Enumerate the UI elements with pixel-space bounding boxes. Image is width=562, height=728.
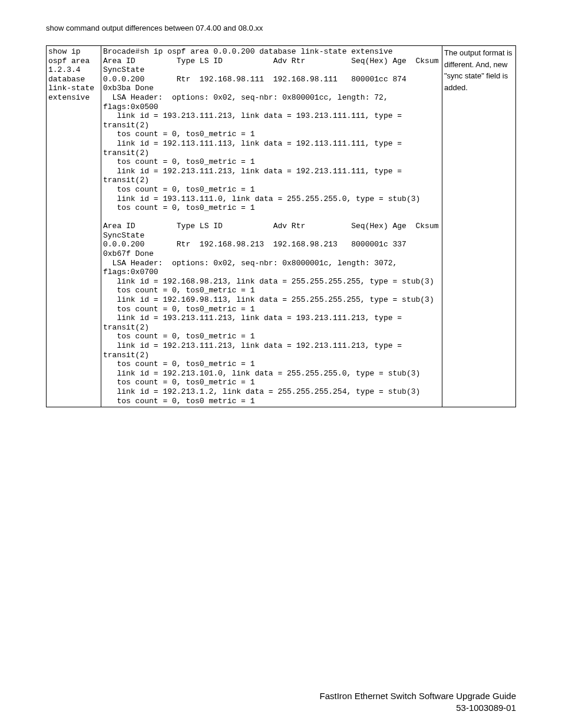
page-title: show command output differences between …	[46, 24, 516, 32]
command-cell: show ip ospf area 1.2.3.4 database link-…	[47, 46, 101, 407]
footer-title: FastIron Ethernet Switch Software Upgrad…	[46, 690, 516, 702]
note-cell: The output format is different. And, new…	[442, 46, 516, 407]
diff-table: show ip ospf area 1.2.3.4 database link-…	[46, 45, 516, 407]
output-cell: Brocade#sh ip ospf area 0.0.0.200 databa…	[101, 46, 442, 407]
footer: FastIron Ethernet Switch Software Upgrad…	[46, 690, 516, 714]
footer-docnum: 53-1003089-01	[46, 702, 516, 714]
table-row: show ip ospf area 1.2.3.4 database link-…	[47, 46, 516, 407]
